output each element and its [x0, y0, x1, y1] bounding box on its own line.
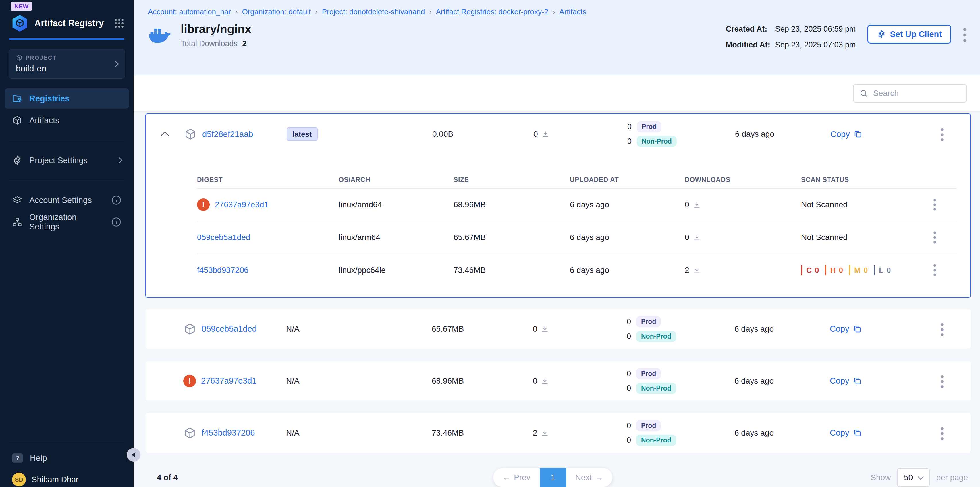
help-chat-icon	[12, 454, 23, 463]
page-header: Account: automation_har › Organization: …	[134, 0, 980, 75]
copy-button[interactable]: Copy	[822, 129, 914, 139]
copy-icon	[853, 325, 862, 333]
project-value: build-en	[16, 64, 113, 73]
row-menu-icon[interactable]	[933, 199, 937, 211]
sidebar-item-artifacts[interactable]: Artifacts	[5, 110, 129, 131]
header-menu-icon[interactable]	[963, 27, 967, 40]
version-downloads: 0	[533, 376, 538, 386]
column-header-digest: DIGEST	[197, 176, 339, 184]
deployments: 0 Prod 0 Non-Prod	[626, 368, 726, 394]
digest-row: f453bd937206 linux/ppc64le 73.46MB 6 day…	[197, 254, 956, 286]
version-link[interactable]: d5f28ef21aab	[202, 129, 253, 139]
next-page-button[interactable]: Next →	[566, 468, 612, 487]
copy-label: Copy	[830, 129, 850, 139]
sidebar-item-registries[interactable]: Registries	[5, 88, 129, 108]
help-button[interactable]: Help	[5, 450, 129, 466]
version-link[interactable]: 27637a97e3d1	[201, 376, 257, 386]
version-downloads: 0	[533, 129, 538, 139]
column-header-size: SIZE	[453, 176, 570, 184]
digest-link[interactable]: 059ceb5a1ded	[197, 233, 250, 242]
column-header-scan-status: SCAN STATUS	[801, 176, 913, 184]
breadcrumb-account[interactable]: Account: automation_har	[148, 8, 231, 16]
digest-table: DIGEST OS/ARCH SIZE UPLOADED AT DOWNLOAD…	[197, 172, 956, 286]
digest-link[interactable]: f453bd937206	[197, 266, 248, 275]
download-icon	[693, 234, 701, 242]
sidebar-item-label: Project Settings	[29, 156, 88, 165]
project-selector[interactable]: PROJECT build-en	[9, 49, 125, 79]
version-link[interactable]: f453bd937206	[202, 428, 255, 438]
scan-low: L 0	[874, 265, 891, 275]
prod-badge: Prod	[636, 420, 661, 431]
digest-link[interactable]: 27637a97e3d1	[215, 200, 269, 209]
sidebar-item-label: Account Settings	[29, 196, 92, 205]
last-updated: 6 days ago	[727, 129, 822, 139]
column-header-uploaded-at: UPLOADED AT	[570, 176, 685, 184]
version-size: 73.46MB	[428, 428, 528, 438]
next-label: Next	[575, 473, 592, 482]
row-menu-icon[interactable]	[940, 128, 944, 140]
version-size: 0.00B	[428, 129, 529, 139]
scan-status: Not Scanned	[801, 200, 913, 209]
row-menu-icon[interactable]	[940, 427, 944, 439]
package-icon	[183, 427, 196, 439]
uploaded-at: 6 days ago	[570, 266, 685, 275]
column-header-os-arch: OS/ARCH	[339, 176, 453, 184]
collapse-row-button[interactable]	[146, 131, 184, 137]
tag-badge: latest	[286, 127, 318, 141]
app-title: Artifact Registry	[35, 18, 107, 29]
deployments: 0 Prod 0 Non-Prod	[627, 121, 727, 147]
row-menu-icon[interactable]	[933, 231, 937, 244]
artifact-list: d5f28ef21aab latest 0.00B 0 0 Prod	[134, 112, 980, 487]
page-size-select[interactable]: 50	[897, 468, 930, 487]
prev-page-button[interactable]: ← Prev	[493, 468, 540, 487]
prod-count: 0	[626, 317, 631, 326]
result-count: 4 of 4	[157, 473, 178, 482]
search-box	[853, 84, 967, 102]
new-badge: NEW	[11, 2, 32, 11]
tag-value: N/A	[286, 325, 299, 333]
row-menu-icon[interactable]	[940, 375, 944, 387]
info-icon[interactable]	[111, 217, 121, 227]
uploaded-at: 6 days ago	[570, 233, 685, 242]
layers-icon	[12, 195, 22, 205]
gear-icon	[877, 30, 886, 39]
chevron-right-icon	[112, 60, 119, 67]
per-page-label: per page	[936, 473, 968, 482]
os-arch: linux/amd64	[339, 200, 453, 209]
prod-badge: Prod	[636, 316, 661, 327]
sidebar-divider	[9, 180, 124, 180]
package-icon	[184, 127, 197, 141]
search-input[interactable]	[873, 88, 961, 98]
page-1-button[interactable]: 1	[540, 468, 566, 487]
copy-button[interactable]: Copy	[821, 428, 913, 438]
sidebar-item-project-settings[interactable]: Project Settings	[5, 150, 129, 170]
sidebar-divider	[9, 140, 124, 140]
user-menu[interactable]: SD Shibam Dhar	[0, 468, 134, 487]
info-icon[interactable]	[111, 195, 121, 205]
project-label: PROJECT	[25, 54, 57, 61]
app-grid-icon[interactable]	[113, 18, 125, 29]
modified-at-label: Modified At:	[726, 40, 775, 49]
breadcrumb-separator: ›	[429, 8, 431, 16]
digest-size: 65.67MB	[453, 233, 570, 242]
sidebar-item-account-settings[interactable]: Account Settings	[5, 190, 129, 210]
version-link[interactable]: 059ceb5a1ded	[202, 324, 257, 334]
sidebar-item-organization-settings[interactable]: Organization Settings	[5, 212, 129, 232]
digest-size: 68.96MB	[453, 200, 570, 209]
prod-count: 0	[626, 421, 631, 430]
copy-button[interactable]: Copy	[821, 324, 913, 334]
row-menu-icon[interactable]	[940, 323, 944, 336]
set-up-client-button[interactable]: Set Up Client	[867, 25, 951, 44]
breadcrumb-project[interactable]: Project: donotdelete-shivanand	[322, 8, 425, 16]
sidebar-collapse-handle[interactable]	[127, 448, 140, 462]
org-chart-icon	[12, 217, 22, 227]
breadcrumb-organization[interactable]: Organization: default	[242, 8, 311, 16]
artifacts-box-icon	[12, 115, 22, 126]
warning-icon	[197, 199, 210, 211]
row-menu-icon[interactable]	[933, 264, 937, 277]
user-name: Shibam Dhar	[32, 475, 78, 484]
copy-button[interactable]: Copy	[821, 376, 913, 386]
app-logo-row: Artifact Registry	[0, 11, 134, 38]
breadcrumb-artifacts[interactable]: Artifacts	[559, 8, 586, 16]
breadcrumb-registry[interactable]: Artifact Registries: docker-proxy-2	[436, 8, 548, 16]
